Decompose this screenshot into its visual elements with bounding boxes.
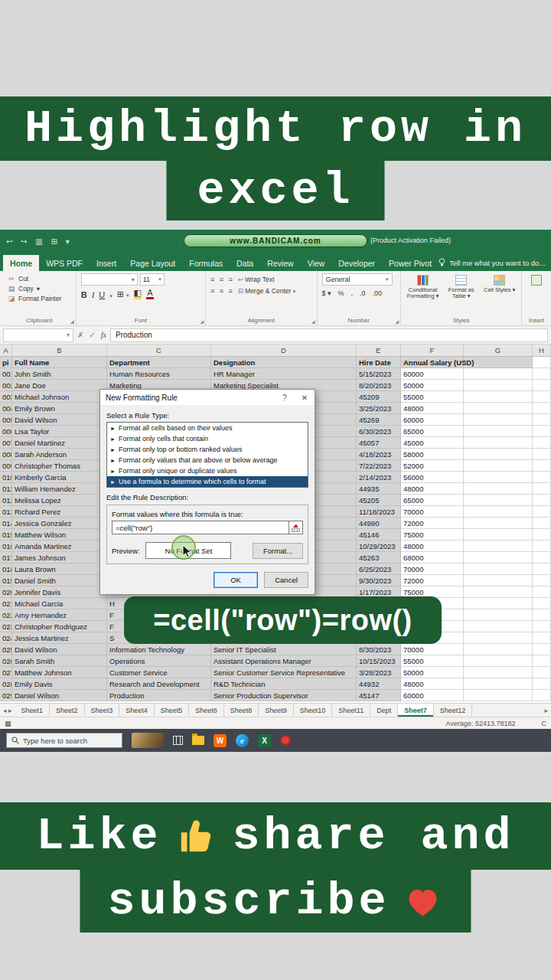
cell[interactable]: 45269: [357, 414, 401, 426]
cell[interactable]: 6/30/2023: [357, 426, 401, 437]
format-as-table-button[interactable]: Format as Table ▾: [444, 273, 478, 299]
cell[interactable]: 70000: [401, 564, 464, 575]
bold-button[interactable]: B: [81, 290, 87, 299]
quick-access-toolbar-icons[interactable]: ↩ ↪ ▥ ⊞ ▾: [6, 237, 73, 246]
sheet-nav-arrows[interactable]: ◂ ▸: [0, 704, 15, 717]
cell[interactable]: [533, 414, 551, 426]
cell[interactable]: 015: [0, 529, 12, 541]
cell[interactable]: 013: [0, 506, 12, 518]
cell[interactable]: 5/15/2023: [357, 368, 401, 380]
cell[interactable]: [464, 644, 533, 655]
cell[interactable]: 9/30/2023: [357, 575, 401, 586]
cell[interactable]: [533, 609, 551, 621]
fx-icon[interactable]: fx: [101, 331, 106, 339]
cell[interactable]: [533, 472, 551, 483]
cell[interactable]: [464, 518, 533, 529]
cell[interactable]: [464, 403, 533, 414]
cell[interactable]: 55000: [401, 391, 464, 403]
cancel-entry-icon[interactable]: ✗: [77, 331, 83, 339]
cell[interactable]: [533, 357, 551, 368]
taskbar-search-input[interactable]: Type here to search: [6, 733, 122, 748]
wps-office-icon[interactable]: W: [214, 734, 227, 747]
sheet-tab-sheet8[interactable]: Sheet8: [224, 704, 259, 717]
cell[interactable]: Production: [107, 690, 211, 701]
cell[interactable]: [464, 667, 533, 678]
italic-button[interactable]: I: [92, 290, 95, 299]
dialog-titlebar[interactable]: New Formatting Rule ? ✕: [100, 390, 315, 405]
rule-type-item[interactable]: ►Format only cells that contain: [107, 433, 308, 444]
task-view-icon[interactable]: [173, 736, 183, 745]
cell[interactable]: Daniel Wilson: [12, 690, 107, 701]
cell[interactable]: 014: [0, 518, 12, 529]
cell[interactable]: 018: [0, 564, 12, 575]
cell[interactable]: David Wilson: [12, 414, 107, 426]
cell[interactable]: [533, 632, 551, 644]
format-painter-button[interactable]: ◪Format Painter: [8, 293, 71, 303]
cut-button[interactable]: ✂Cut: [8, 273, 71, 283]
sheet-tab-sheet7[interactable]: Sheet7: [398, 704, 434, 717]
ribbon-tab-home[interactable]: Home: [3, 255, 39, 271]
cell[interactable]: 4/18/2023: [357, 449, 401, 460]
cell[interactable]: [533, 495, 551, 506]
cell[interactable]: Christopher Thomas: [12, 460, 107, 472]
ribbon-tab-review[interactable]: Review: [260, 255, 300, 271]
cell[interactable]: Amy Hernandez: [12, 609, 107, 621]
copy-button[interactable]: ▤Copy▾: [8, 283, 71, 293]
cell[interactable]: 003: [0, 391, 12, 403]
cell[interactable]: Michael Johnson: [12, 391, 107, 403]
cell[interactable]: 44990: [357, 518, 401, 529]
cell[interactable]: [464, 586, 533, 598]
cell[interactable]: 68000: [401, 552, 464, 564]
rule-formula-input[interactable]: =cell("row"): [112, 521, 289, 534]
merge-center-button[interactable]: ⊟ Merge & Center ▾: [238, 287, 295, 295]
cell[interactable]: 45147: [357, 690, 401, 701]
cell[interactable]: 023: [0, 621, 12, 632]
cell[interactable]: 022: [0, 609, 12, 621]
name-box[interactable]: ▾: [3, 328, 73, 342]
cell[interactable]: William Hernandez: [12, 483, 107, 495]
cell[interactable]: Melissa Lopez: [12, 495, 107, 506]
cell[interactable]: [533, 586, 551, 598]
cell[interactable]: [464, 621, 533, 632]
cell[interactable]: 44932: [357, 678, 401, 690]
cell[interactable]: Kimberly Garcia: [12, 472, 107, 483]
cell[interactable]: Department: [107, 357, 211, 368]
cell[interactable]: 027: [0, 667, 12, 678]
cell[interactable]: Lisa Taylor: [12, 426, 107, 437]
cell[interactable]: [533, 667, 551, 678]
column-header-B[interactable]: B: [12, 345, 107, 356]
edge-browser-icon[interactable]: e: [236, 734, 249, 747]
cell[interactable]: 56000: [401, 472, 464, 483]
cell[interactable]: 11/18/2023: [357, 506, 401, 518]
cell[interactable]: Hire Date: [357, 357, 401, 368]
cell[interactable]: Matthew Wilson: [12, 529, 107, 541]
cell[interactable]: Assistant Operations Manager: [211, 655, 357, 667]
number-format-button[interactable]: $ ▾: [322, 289, 331, 297]
cell[interactable]: [533, 483, 551, 495]
wrap-text-button[interactable]: ↩ Wrap Text: [238, 276, 274, 283]
cell[interactable]: 45057: [357, 437, 401, 449]
cell[interactable]: [464, 449, 533, 460]
cell[interactable]: [464, 575, 533, 586]
cell[interactable]: Jessica Gonzalez: [12, 518, 107, 529]
cell[interactable]: 012: [0, 495, 12, 506]
sheet-tab-sheet6[interactable]: Sheet6: [189, 704, 224, 717]
column-header-G[interactable]: G: [464, 345, 533, 356]
font-name-box[interactable]: ▾: [81, 273, 138, 286]
cell[interactable]: 58000: [401, 449, 464, 460]
cell[interactable]: 70000: [401, 506, 464, 518]
file-explorer-icon[interactable]: [192, 736, 204, 745]
cell[interactable]: Information Technology: [107, 644, 211, 655]
cell[interactable]: [464, 609, 533, 621]
column-header-C[interactable]: C: [107, 345, 211, 356]
cell[interactable]: 024: [0, 632, 12, 644]
cell[interactable]: 004: [0, 403, 12, 414]
sheet-tab-sheet4[interactable]: Sheet4: [119, 704, 155, 717]
cell[interactable]: Sarah Smith: [12, 655, 107, 667]
cell[interactable]: [464, 414, 533, 426]
cell[interactable]: [533, 506, 551, 518]
ribbon-tab-formulas[interactable]: Formulas: [182, 255, 230, 271]
cell[interactable]: [464, 357, 533, 368]
column-header-A[interactable]: A: [0, 345, 12, 356]
cell[interactable]: [464, 495, 533, 506]
